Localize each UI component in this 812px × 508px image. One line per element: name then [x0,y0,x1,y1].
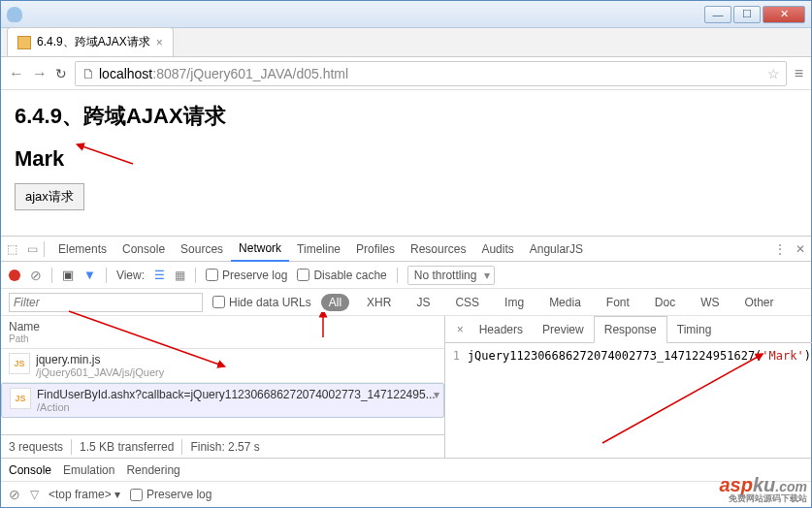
filter-doc[interactable]: Doc [647,294,683,311]
frame-view-icon[interactable]: ▦ [175,269,185,282]
request-list: Name Path JS jquery.min.js /jQuery601_JA… [1,316,445,458]
url-bar: ← → ↻ 🗋 localhost:8087/jQuery601_JAVA/d0… [1,57,811,90]
status-finish: Finish: 2.57 s [190,440,259,454]
detail-close-icon[interactable]: × [451,323,470,336]
detail-tab-headers[interactable]: Headers [470,316,533,343]
tab-timeline[interactable]: Timeline [289,237,348,262]
menu-button[interactable]: ≡ [795,65,803,82]
frame-select[interactable]: <top frame> ▾ [49,488,120,501]
console-toolbar: ⊘ ▽ <top frame> ▾ Preserve log [1,482,811,507]
url-path: /jQuery601_JAVA/d05.html [186,66,348,81]
response-body: 1 jQuery112306686272074002773_1471224951… [445,343,812,458]
filter-xhr[interactable]: XHR [359,294,399,311]
drawer-tab-emulation[interactable]: Emulation [63,463,114,477]
response-suffix: ) [804,349,811,363]
preserve-log-checkbox[interactable]: Preserve log [206,269,287,282]
user-icon [7,7,22,22]
filter-toggle-icon[interactable]: ▼ [83,268,96,282]
filter-js[interactable]: JS [408,294,438,311]
tab-close-icon[interactable]: × [156,36,163,49]
response-string: 'Mark' [762,349,803,363]
js-file-icon: JS [10,388,31,409]
hide-data-urls-checkbox[interactable]: Hide data URLs [212,296,311,309]
filter-font[interactable]: Font [599,294,637,311]
filter-media[interactable]: Media [541,294,589,311]
inspect-icon[interactable]: ⬚ [7,242,17,256]
detail-tabs: × Headers Preview Response Timing [445,316,812,343]
url-host: localhost [99,66,152,81]
reload-button[interactable]: ↻ [55,66,67,81]
device-icon[interactable]: ▭ [27,242,38,256]
filter-input[interactable] [9,293,203,312]
filter-all[interactable]: All [321,294,349,311]
devtools-more-icon[interactable]: ⋮ [774,242,786,256]
request-row[interactable]: JS FindUserById.ashx?callback=jQuery1123… [1,383,444,418]
minimize-button[interactable]: — [704,6,731,23]
devtools-close-icon[interactable]: ✕ [796,242,805,256]
request-path: /Action [37,401,436,413]
tab-resources[interactable]: Resources [403,237,473,262]
list-view-icon[interactable]: ☰ [154,269,165,282]
browser-tab[interactable]: 6.4.9、跨域AJAX请求 × [7,27,174,56]
filter-css[interactable]: CSS [447,294,487,311]
maximize-button[interactable]: ☐ [733,6,761,23]
console-clear-icon[interactable]: ⊘ [9,487,20,502]
page-content: 6.4.9、跨域AJAX请求 Mark ajax请求 [1,90,811,236]
detail-tab-preview[interactable]: Preview [533,316,594,343]
address-input[interactable]: 🗋 localhost:8087/jQuery601_JAVA/d05.html… [75,61,787,86]
favicon-icon [17,36,31,49]
request-detail: × Headers Preview Response Timing 1 jQue… [445,316,812,458]
window-controls: — ☐ ✕ [704,6,805,23]
tab-sources[interactable]: Sources [173,237,231,262]
console-preserve-log-checkbox[interactable]: Preserve log [130,488,211,501]
col-name: Name [9,320,437,333]
filter-img[interactable]: Img [497,294,532,311]
devtools-panel: ⬚ ▭ Elements Console Sources Network Tim… [1,236,811,507]
devtools-tabs: ⬚ ▭ Elements Console Sources Network Tim… [1,237,811,262]
console-filter-icon[interactable]: ▽ [30,488,39,501]
request-row[interactable]: JS jquery.min.js /jQuery601_JAVA/js/jQue… [1,349,444,383]
status-requests: 3 requests [9,440,63,454]
tab-title: 6.4.9、跨域AJAX请求 [37,34,150,50]
network-toolbar: ⊘ ▣ ▼ View: ☰ ▦ Preserve log Disable cac… [1,262,811,289]
record-button[interactable] [9,270,20,281]
clear-button[interactable]: ⊘ [30,268,42,283]
forward-button[interactable]: → [32,65,48,82]
detail-tab-response[interactable]: Response [594,316,667,343]
page-heading: 6.4.9、跨域AJAX请求 [15,102,797,131]
screenshot-icon[interactable]: ▣ [62,268,74,282]
filter-ws[interactable]: WS [693,294,727,311]
js-file-icon: JS [9,353,30,374]
drawer-tab-console[interactable]: Console [9,463,51,477]
window-titlebar: — ☐ ✕ [1,1,811,28]
request-name: FindUserById.ashx?callback=jQuery1123066… [37,388,436,401]
request-path: /jQuery601_JAVA/js/jQuery [36,366,164,378]
status-transferred: 1.5 KB transferred [80,440,174,454]
tab-profiles[interactable]: Profiles [348,237,403,262]
tab-elements[interactable]: Elements [50,237,114,262]
drawer-tab-rendering[interactable]: Rendering [126,463,179,477]
browser-window: — ☐ ✕ 6.4.9、跨域AJAX请求 × ← → ↻ 🗋 localhost… [0,0,812,508]
line-number: 1 [453,349,460,452]
disable-cache-checkbox[interactable]: Disable cache [297,269,386,282]
network-status-bar: 3 requests 1.5 KB transferred Finish: 2.… [1,434,444,458]
throttling-select[interactable]: No throttling [407,266,496,285]
url-port: :8087 [152,66,186,81]
ajax-request-button[interactable]: ajax请求 [15,183,84,210]
page-icon: 🗋 [81,66,95,81]
bookmark-icon[interactable]: ☆ [767,66,780,81]
close-button[interactable]: ✕ [763,6,805,23]
response-prefix: jQuery112306686272074002773_147122495162… [468,349,762,363]
view-label: View: [116,269,145,282]
result-text: Mark [15,146,797,172]
tab-console[interactable]: Console [114,237,173,262]
back-button[interactable]: ← [9,65,24,82]
drawer-tabs: Console Emulation Rendering [1,459,811,482]
detail-tab-timing[interactable]: Timing [667,316,722,343]
request-name: jquery.min.js [36,353,164,366]
filter-other[interactable]: Other [737,294,782,311]
tab-angularjs[interactable]: AngularJS [522,237,591,262]
tab-audits[interactable]: Audits [473,237,521,262]
tab-strip: 6.4.9、跨域AJAX请求 × [1,28,811,57]
tab-network[interactable]: Network [231,237,289,262]
